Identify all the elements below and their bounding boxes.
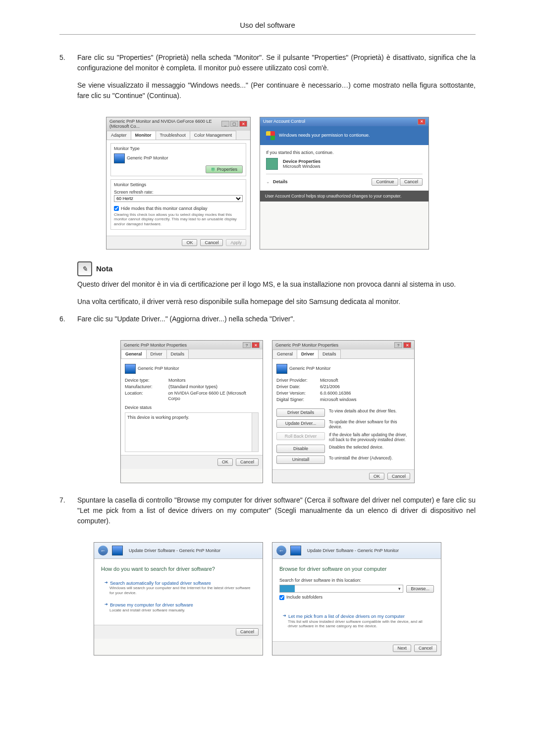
monitor-icon	[276, 364, 287, 374]
monitor-icon	[125, 364, 136, 374]
device-icon	[266, 158, 278, 170]
apply-button[interactable]: Apply	[226, 239, 246, 247]
tab-color-management[interactable]: Color Management	[190, 131, 237, 140]
uac-dialog: User Account Control ✕ Windows needs you…	[260, 117, 429, 250]
note-icon: ✎	[77, 261, 92, 276]
shield-icon	[266, 131, 275, 140]
browse-button[interactable]: Browse...	[406, 585, 434, 593]
label: Driver Version:	[276, 391, 316, 396]
option-let-me-pick[interactable]: Let me pick from a list of device driver…	[279, 611, 434, 631]
value: microsoft windows	[320, 397, 357, 403]
tab-general[interactable]: General	[272, 350, 297, 358]
monitor-type-label: Monitor Type	[114, 146, 243, 151]
tab-details[interactable]: Details	[318, 350, 341, 358]
cancel-button[interactable]: Cancel	[387, 473, 410, 480]
monitor-settings-label: Monitor Settings	[114, 182, 243, 188]
ok-button[interactable]: OK	[217, 458, 233, 466]
device-status-label: Device status	[125, 405, 259, 410]
monitor-name: Generic PnP Monitor	[127, 155, 168, 160]
wizard-heading: How do you want to search for driver sof…	[101, 566, 256, 572]
label: Manufacturer:	[125, 384, 164, 390]
note-heading: Nota	[96, 263, 112, 275]
option-browse-computer[interactable]: Browse my computer for driver software L…	[101, 600, 256, 615]
cancel-button[interactable]: Cancel	[200, 239, 223, 247]
hide-modes-description: Clearing this check box allows you to se…	[114, 212, 243, 227]
value: 6/21/2006	[320, 384, 340, 390]
breadcrumb: Update Driver Software - Generic PnP Mon…	[129, 548, 220, 554]
driver-details-button[interactable]: Driver Details	[276, 408, 325, 417]
label: Location:	[125, 391, 164, 402]
value: Monitors	[168, 378, 186, 383]
cancel-button[interactable]: Cancel	[414, 645, 437, 652]
option-description: Windows will search your computer and th…	[109, 586, 252, 595]
label: Digital Signer:	[276, 397, 316, 403]
include-subfolders-checkbox[interactable]	[279, 595, 284, 600]
tab-details[interactable]: Details	[166, 350, 189, 358]
uac-title: User Account Control	[263, 119, 305, 124]
step-number-7: 7.	[59, 495, 77, 533]
device-properties-general: Generic PnP Monitor Properties ?✕ Genera…	[120, 340, 263, 483]
refresh-rate-select[interactable]: 60 Hertz	[114, 195, 243, 202]
value: 6.0.6000.16386	[320, 391, 351, 396]
window-controls[interactable]: _▢✕	[221, 121, 247, 127]
tab-strip[interactable]: Adapter Monitor Troubleshoot Color Manag…	[107, 131, 250, 140]
device-name: Generic PnP Monitor	[289, 366, 330, 371]
continue-button[interactable]: Continue	[372, 178, 398, 186]
refresh-rate-label: Screen refresh rate:	[114, 190, 243, 195]
ok-button[interactable]: OK	[182, 239, 197, 247]
search-location-label: Search for driver software in this locat…	[279, 578, 434, 583]
uac-program-name: Device Properties	[283, 159, 321, 164]
ok-button[interactable]: OK	[369, 473, 384, 480]
monitor-icon	[112, 546, 123, 555]
properties-button[interactable]: ⛨ Properties	[206, 165, 243, 174]
tab-adapter[interactable]: Adapter	[107, 131, 131, 140]
value: on NVIDIA GeForce 6600 LE (Microsoft Cor…	[168, 391, 259, 402]
wizard-heading: Browse for driver software on your compu…	[279, 566, 434, 572]
page-title: Uso del software	[59, 20, 476, 35]
scrollbar[interactable]	[252, 413, 258, 452]
back-icon[interactable]: ←	[98, 546, 108, 555]
tab-general[interactable]: General	[121, 350, 147, 358]
desc: To view details about the driver files.	[329, 408, 410, 413]
monitor-icon	[114, 153, 125, 163]
chevron-down-icon[interactable]: ⌄	[266, 179, 270, 185]
hide-modes-checkbox[interactable]	[114, 206, 119, 211]
window-controls[interactable]: ?✕	[243, 342, 260, 348]
breadcrumb: Update Driver Software - Generic PnP Mon…	[307, 548, 399, 554]
tab-driver[interactable]: Driver	[146, 350, 167, 358]
path-combobox[interactable]: ▾	[279, 585, 403, 593]
tab-troubleshoot[interactable]: Troubleshoot	[156, 131, 190, 140]
note-paragraph1: Questo driver del monitor è in via di ce…	[77, 279, 476, 290]
desc: To uninstall the driver (Advanced).	[329, 455, 410, 460]
details-toggle[interactable]: Details	[273, 179, 288, 185]
update-driver-button[interactable]: Update Driver...	[276, 419, 325, 428]
step7-text: Spuntare la casella di controllo "Browse…	[77, 495, 476, 526]
tab-driver[interactable]: Driver	[297, 350, 319, 358]
desc: Disables the selected device.	[329, 445, 410, 450]
window-title: Generic PnP Monitor Properties	[124, 343, 187, 348]
label: Driver Date:	[276, 384, 316, 390]
note-paragraph2: Una volta certificato, il driver verrà r…	[77, 297, 476, 307]
window-title: Generic PnP Monitor Properties	[275, 343, 338, 348]
option-description: Locate and install driver software manua…	[109, 608, 252, 613]
step-number-6: 6.	[59, 314, 77, 331]
option-search-auto[interactable]: Search automatically for updated driver …	[101, 578, 256, 598]
update-driver-wizard-browse: ← Update Driver Software - Generic PnP M…	[272, 542, 441, 655]
device-status-box: This device is working properly.	[125, 412, 259, 452]
rollback-button[interactable]: Roll Back Driver	[276, 432, 325, 441]
window-controls[interactable]: ✕	[418, 119, 426, 125]
cancel-button[interactable]: Cancel	[236, 458, 259, 466]
cancel-button[interactable]: Cancel	[400, 178, 423, 186]
tab-monitor[interactable]: Monitor	[131, 131, 156, 140]
disable-button[interactable]: Disable	[276, 445, 325, 453]
step6-text: Fare clic su "Update Driver..." (Aggiorn…	[77, 314, 476, 324]
window-controls[interactable]: ?✕	[394, 342, 411, 348]
uac-headline: Windows needs your permission to contion…	[279, 133, 370, 138]
update-driver-wizard-search: ← Update Driver Software - Generic PnP M…	[94, 542, 263, 655]
desc: If the device fails after updating the d…	[329, 432, 410, 442]
next-button[interactable]: Next	[393, 645, 411, 652]
uninstall-button[interactable]: Uninstall	[276, 455, 325, 464]
back-icon[interactable]: ←	[276, 546, 286, 555]
monitor-icon	[290, 546, 301, 555]
cancel-button[interactable]: Cancel	[236, 628, 259, 636]
